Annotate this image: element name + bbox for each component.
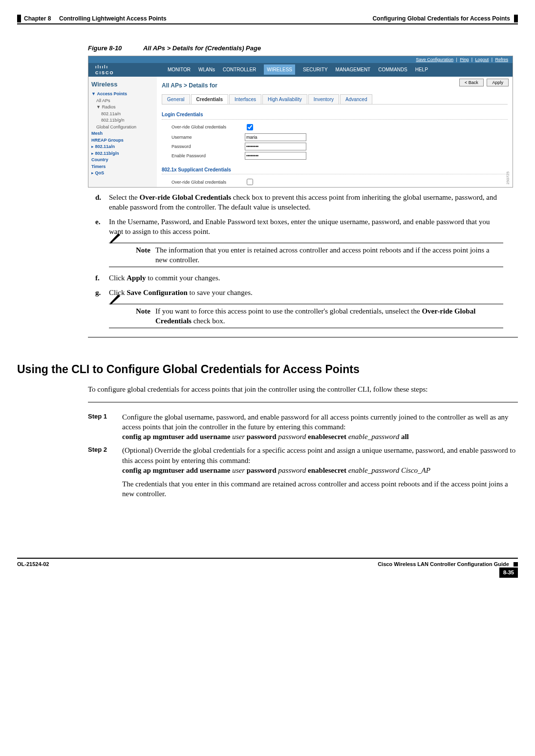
chapter-number: Chapter 8 [24, 15, 51, 22]
note-icon [109, 245, 136, 265]
tab-advanced[interactable]: Advanced [340, 94, 372, 105]
nav-commands[interactable]: COMMANDS [378, 66, 407, 73]
cli-step-2: Step 2 (Optional) Override the global cr… [88, 445, 518, 499]
step-bold: Apply [127, 274, 146, 282]
step-bold: Save Configuration [127, 289, 188, 296]
cli-command: config ap mgmtuser add username user pas… [122, 432, 518, 441]
figure-title: All APs > Details for (Credentials) Page [143, 44, 261, 52]
running-header: Chapter 8 Controlling Lightweight Access… [17, 15, 518, 22]
util-refresh[interactable]: Refres [495, 57, 508, 62]
nav-monitor[interactable]: MONITOR [168, 66, 191, 73]
step-f: f. Click Apply to commit your changes. [95, 273, 503, 283]
back-button[interactable]: < Back [459, 79, 484, 86]
tab-credentials[interactable]: Credentials [191, 94, 228, 105]
note-label: Note [136, 306, 150, 316]
step-after: The credentials that you enter in this c… [122, 479, 518, 499]
username-input[interactable] [245, 133, 306, 141]
tabs: General Credentials Interfaces High Avai… [162, 94, 508, 105]
section-heading: Using the CLI to Configure Global Creden… [17, 362, 518, 377]
note-text: If you want to force this access point t… [155, 306, 503, 326]
nav-security[interactable]: SECURITY [303, 66, 328, 73]
step-text: Click [109, 274, 127, 282]
side-radios[interactable]: Radios [102, 105, 115, 109]
tab-high-availability[interactable]: High Availability [262, 94, 307, 105]
tab-general[interactable]: General [162, 94, 190, 105]
logo-dots: ılıılı [95, 64, 164, 70]
breadcrumb: All APs > Details for [162, 82, 508, 89]
note-label: Note [136, 245, 150, 255]
override-label: Over-ride Global credentials [171, 124, 245, 130]
side-global-config[interactable]: Global Configuration [96, 124, 154, 131]
step-bold: Over-ride Global Credentials [139, 193, 231, 201]
nav-controller[interactable]: CONTROLLER [223, 66, 256, 73]
note-block: Note If you want to force this access po… [109, 304, 503, 329]
section-end-rule [88, 337, 518, 337]
screenshot-navbar: ılıılı CISCO MONITOR WLANs CONTROLLER WI… [88, 63, 513, 77]
step-number: Step 1 [88, 412, 122, 442]
doc-id: OL-21524-02 [17, 561, 49, 578]
nav-wlans[interactable]: WLANs [198, 66, 215, 73]
page-footer: OL-21524-02 Cisco Wireless LAN Controlle… [17, 558, 518, 578]
side-access-points[interactable]: Access Points [97, 91, 127, 96]
enable-password-input[interactable] [245, 152, 306, 160]
side-country[interactable]: Country [91, 157, 108, 162]
guide-title: Cisco Wireless LAN Controller Configurat… [378, 561, 509, 567]
override2-label: Over-ride Global credentials [171, 179, 245, 185]
cli-command: config ap mgmtuser add username user pas… [122, 465, 518, 475]
nav-wireless[interactable]: WIRELESS [264, 64, 295, 75]
step-text: Select the [109, 193, 139, 201]
supplicant-heading: 802.1x Supplicant Credentials [162, 167, 508, 175]
side-all-aps[interactable]: All APs [96, 98, 154, 105]
username-label: Username [171, 134, 245, 140]
note-text: The information that you enter is retain… [155, 245, 503, 265]
util-save-config[interactable]: Save Configuration [416, 57, 453, 62]
side-80211bgn-top[interactable]: 802.11b/g/n [95, 151, 119, 156]
override2-checkbox[interactable] [247, 179, 253, 185]
cisco-logo: ılıılı CISCO [88, 64, 164, 76]
step-marker: d. [95, 192, 109, 212]
step-para: Configure the global username, password,… [122, 412, 518, 432]
side-qos[interactable]: QoS [95, 170, 105, 175]
side-mesh[interactable]: Mesh [91, 131, 103, 136]
note-icon [109, 306, 136, 326]
screenshot-main: < Back Apply All APs > Details for Gener… [157, 77, 513, 187]
side-title: Wireless [91, 80, 154, 89]
util-logout[interactable]: Logout [475, 57, 489, 62]
side-80211bgn[interactable]: 802.11b/g/n [101, 117, 154, 124]
password-input[interactable] [245, 143, 306, 150]
nav-help[interactable]: HELP [415, 66, 428, 73]
screenshot-utility-bar: Save Configuration | Ping | Logout | Ref… [88, 56, 513, 63]
login-credentials-heading: Login Credentials [162, 111, 508, 120]
enable-password-label: Enable Password [171, 153, 245, 159]
figure-label: Figure 8-10 [88, 44, 122, 52]
side-80211an-top[interactable]: 802.11a/n [95, 144, 115, 149]
logo-text: CISCO [95, 70, 164, 76]
footer-square-icon [514, 562, 518, 567]
apply-button[interactable]: Apply [487, 79, 509, 86]
step-number: Step 2 [88, 445, 122, 499]
cli-steps: Step 1 Configure the global username, pa… [88, 402, 518, 499]
step-e: e. In the Username, Password, and Enable… [95, 217, 503, 237]
tab-inventory[interactable]: Inventory [308, 94, 339, 105]
tab-interfaces[interactable]: Interfaces [229, 94, 261, 105]
util-ping[interactable]: Ping [460, 57, 469, 62]
side-hreap[interactable]: HREAP Groups [91, 138, 124, 143]
step-marker: f. [95, 273, 109, 283]
step-text: In the Username, Password, and Enable Pa… [109, 217, 503, 237]
side-timers[interactable]: Timers [91, 164, 106, 169]
step-g: g. Click Save Configuration to save your… [95, 288, 503, 297]
override-checkbox[interactable] [247, 124, 253, 130]
figure-image-id: 250725 [506, 171, 511, 185]
step-d: d. Select the Over-ride Global Credentia… [95, 192, 503, 212]
side-80211an[interactable]: 802.11a/n [101, 111, 154, 118]
chapter-title: Controlling Lightweight Access Points [59, 15, 167, 22]
page-number: 8-35 [499, 567, 518, 578]
step-text: to commit your changes. [146, 274, 220, 282]
cli-intro: To configure global credentials for acce… [88, 384, 503, 394]
header-rule [17, 23, 518, 24]
figure-caption: Figure 8-10 All APs > Details for (Crede… [88, 44, 518, 53]
cli-step-1: Step 1 Configure the global username, pa… [88, 412, 518, 442]
nav-management[interactable]: MANAGEMENT [336, 66, 371, 73]
screenshot: Save Configuration | Ping | Logout | Ref… [88, 56, 513, 188]
step-marker: e. [95, 217, 109, 237]
